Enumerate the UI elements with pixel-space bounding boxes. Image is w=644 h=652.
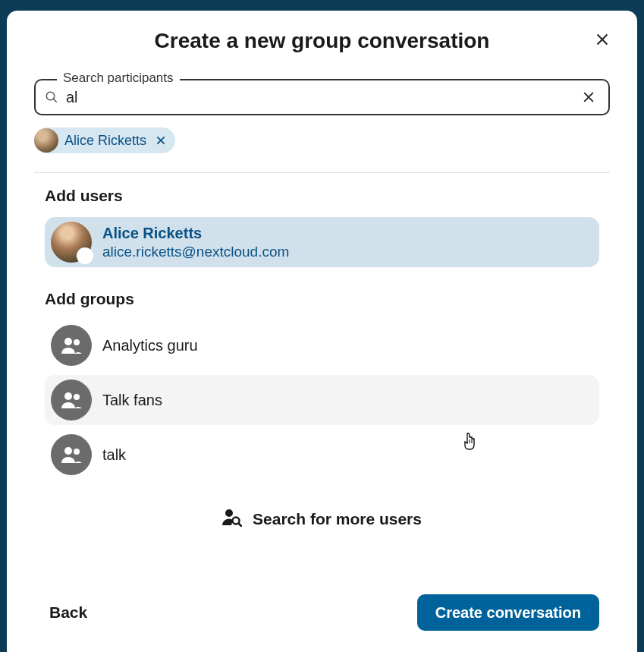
search-icon bbox=[45, 90, 58, 104]
users-list: Alice Ricketts alice.ricketts@nextcloud.… bbox=[45, 217, 599, 267]
svg-point-2 bbox=[74, 339, 80, 345]
group-icon bbox=[51, 434, 92, 475]
search-input[interactable] bbox=[66, 89, 578, 106]
avatar-wrap bbox=[51, 434, 92, 475]
search-more-button[interactable]: Search for more users bbox=[34, 509, 610, 530]
add-users-section: Add users Alice Ricketts alice.ricketts@… bbox=[34, 187, 610, 290]
svg-point-3 bbox=[64, 392, 72, 400]
add-groups-section: Add groups Analytics guru bbox=[34, 290, 610, 502]
modal-title: Create a new group conversation bbox=[34, 29, 610, 53]
item-subtitle: alice.ricketts@nextcloud.com bbox=[102, 244, 289, 260]
item-name: Analytics guru bbox=[102, 337, 198, 354]
svg-point-5 bbox=[64, 447, 72, 455]
close-icon bbox=[594, 31, 611, 48]
avatar bbox=[34, 128, 58, 153]
avatar-wrap bbox=[51, 325, 92, 366]
list-item[interactable]: Talk fans bbox=[45, 375, 599, 425]
back-button[interactable]: Back bbox=[45, 596, 92, 629]
groups-list: Analytics guru Talk fans bbox=[45, 320, 599, 480]
svg-point-4 bbox=[74, 394, 80, 400]
close-icon bbox=[581, 90, 596, 105]
list-item[interactable]: Analytics guru bbox=[45, 320, 599, 370]
create-conversation-button[interactable]: Create conversation bbox=[417, 594, 599, 631]
svg-point-7 bbox=[225, 509, 233, 517]
search-more-label: Search for more users bbox=[253, 510, 422, 528]
person-search-icon bbox=[222, 509, 242, 530]
avatar-wrap bbox=[51, 222, 92, 263]
svg-point-6 bbox=[74, 449, 80, 455]
chip-label: Alice Ricketts bbox=[64, 133, 146, 149]
section-title: Add users bbox=[45, 187, 599, 205]
group-icon bbox=[51, 325, 92, 366]
close-button[interactable] bbox=[589, 26, 616, 53]
create-group-modal: Create a new group conversation Search p… bbox=[7, 11, 637, 652]
list-item[interactable]: Alice Ricketts alice.ricketts@nextcloud.… bbox=[45, 217, 599, 267]
search-legend: Search participants bbox=[57, 71, 180, 86]
avatar-wrap bbox=[51, 380, 92, 420]
item-name: talk bbox=[102, 446, 126, 464]
chip-remove-button[interactable] bbox=[152, 132, 169, 149]
item-name: Alice Ricketts bbox=[102, 225, 289, 242]
search-field-wrapper: Search participants bbox=[34, 79, 610, 115]
svg-point-0 bbox=[46, 92, 55, 100]
status-away-icon bbox=[77, 247, 93, 264]
group-icon bbox=[51, 380, 92, 420]
clear-search-button[interactable] bbox=[578, 87, 599, 108]
section-title: Add groups bbox=[45, 290, 599, 308]
modal-footer: Back Create conversation bbox=[34, 594, 610, 631]
divider bbox=[34, 172, 610, 173]
selected-chips-row: Alice Ricketts bbox=[34, 128, 610, 156]
svg-point-1 bbox=[64, 338, 72, 345]
modal-header: Create a new group conversation bbox=[34, 29, 610, 53]
item-name: Talk fans bbox=[102, 392, 162, 409]
list-item[interactable]: talk bbox=[45, 430, 599, 480]
close-icon bbox=[155, 134, 167, 146]
participant-chip[interactable]: Alice Ricketts bbox=[34, 128, 175, 153]
